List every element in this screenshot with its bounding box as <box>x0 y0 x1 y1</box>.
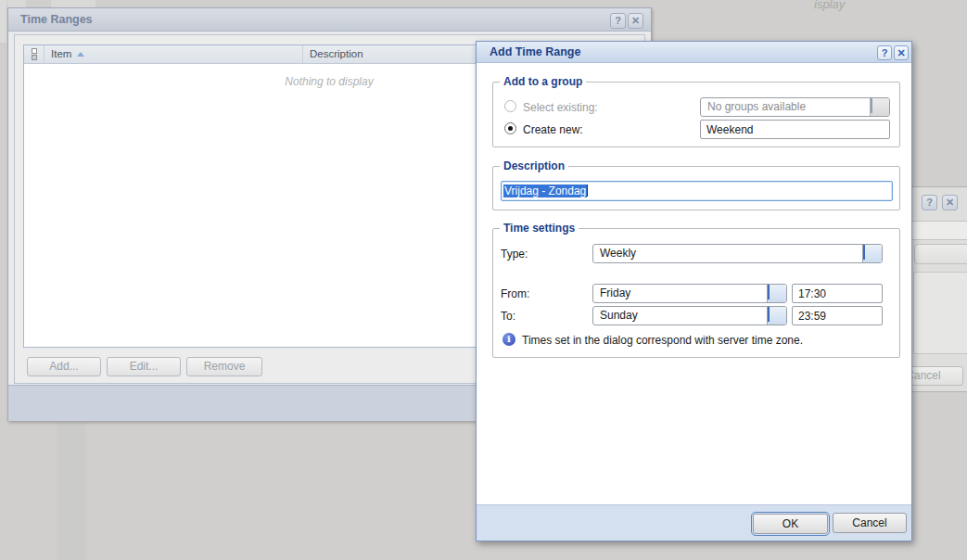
from-day-dropdown[interactable]: Friday <box>592 284 787 303</box>
from-time-input[interactable] <box>792 284 883 303</box>
background-window-edge <box>0 0 6 43</box>
to-day-dropdown[interactable]: Sunday <box>592 306 787 325</box>
existing-group-dropdown: No groups available <box>700 97 890 117</box>
info-icon: i <box>503 333 515 346</box>
create-new-label: Create new: <box>523 123 583 136</box>
dropdown-value: Sunday <box>600 307 638 325</box>
ok-button[interactable]: OK <box>753 514 828 534</box>
to-time-input[interactable] <box>792 306 883 325</box>
add-time-range-title: Add Time Range <box>477 42 911 63</box>
select-existing-radio[interactable] <box>504 100 516 112</box>
ok-button-focus-ring: OK <box>751 512 830 536</box>
column-label: Description <box>310 48 363 59</box>
type-dropdown[interactable]: Weekly <box>592 244 883 263</box>
to-label: To: <box>501 310 515 323</box>
checkbox-checked-glyph <box>32 55 37 60</box>
selected-text: Vrijdag - Zondag <box>503 185 587 197</box>
remove-button[interactable]: Remove <box>186 357 262 376</box>
add-time-range-dialog: Add Time Range ? ✕ Add to a group Select… <box>476 41 912 541</box>
select-all-checkbox-icon[interactable] <box>24 45 45 63</box>
new-group-name-input[interactable] <box>700 120 890 139</box>
time-ranges-title: Time Ranges <box>8 8 651 32</box>
create-new-radio[interactable] <box>504 122 516 134</box>
chevron-down-icon <box>870 98 889 116</box>
cancel-button[interactable]: Cancel <box>833 513 907 533</box>
timezone-note: Times set in the dialog correspond with … <box>522 334 803 347</box>
dropdown-value: Friday <box>600 285 630 302</box>
dropdown-value: No groups available <box>707 98 806 116</box>
background-window-edge <box>57 422 86 560</box>
chevron-down-icon <box>862 245 882 262</box>
edit-button[interactable]: Edit... <box>107 357 181 376</box>
background-dialog-input[interactable] <box>911 221 967 240</box>
close-icon[interactable]: ✕ <box>942 195 958 210</box>
dropdown-value: Weekly <box>600 245 636 262</box>
help-icon[interactable]: ? <box>922 195 937 210</box>
description-fieldset: Description Vrijdag - Zondag <box>492 166 900 210</box>
close-icon[interactable]: ✕ <box>628 13 643 29</box>
chevron-down-icon <box>767 307 786 325</box>
chevron-down-icon <box>767 285 786 302</box>
sort-ascending-icon <box>77 52 84 57</box>
add-button[interactable]: Add... <box>27 357 101 376</box>
from-label: From: <box>501 287 529 300</box>
desktop: isplay Time Ranges ? ✕ Item Description <box>0 0 967 560</box>
column-header-item[interactable]: Item <box>45 45 303 63</box>
close-icon[interactable]: ✕ <box>894 45 909 60</box>
time-settings-legend: Time settings <box>500 222 579 235</box>
checkbox-glyph <box>32 48 37 54</box>
text-caret <box>587 185 588 197</box>
column-label: Item <box>51 45 71 63</box>
type-label: Type: <box>501 248 528 261</box>
description-input[interactable]: Vrijdag - Zondag <box>501 181 893 201</box>
select-existing-label: Select existing: <box>523 101 598 114</box>
description-legend: Description <box>500 159 568 172</box>
help-icon[interactable]: ? <box>610 13 626 29</box>
time-settings-fieldset: Time settings Type: Weekly From: Friday … <box>492 228 900 358</box>
background-dialog-button[interactable] <box>914 244 967 264</box>
group-fieldset: Add to a group Select existing: No group… <box>492 82 900 147</box>
background-dialog-panel <box>913 272 967 354</box>
clipped-empty-text: isplay <box>814 0 845 11</box>
group-legend: Add to a group <box>500 75 586 88</box>
help-icon[interactable]: ? <box>877 45 892 60</box>
